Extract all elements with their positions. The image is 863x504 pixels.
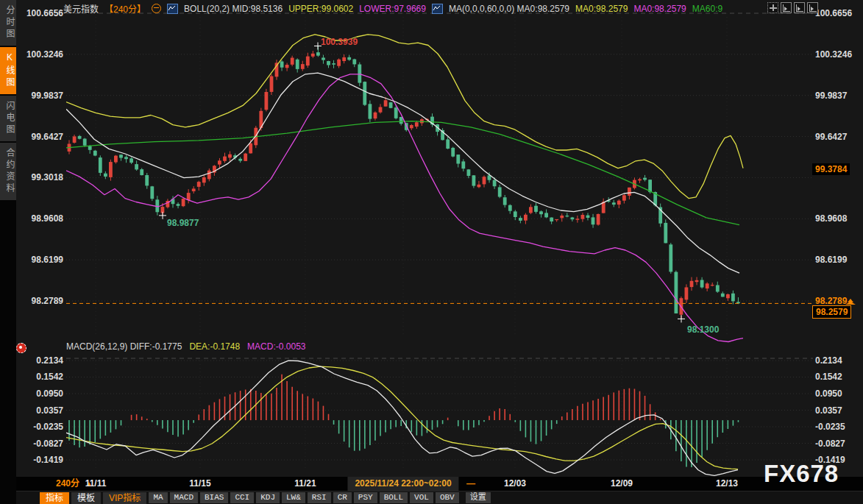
date-label: 12/03	[504, 477, 526, 491]
axis-tick-label: -0.1419	[18, 455, 63, 465]
boll-upper-value: UPPER:99.0602	[288, 4, 353, 14]
period-label: 【240分】	[104, 2, 146, 15]
datetime-dash: —	[466, 477, 475, 491]
upper-band-price-marker: 99.3784	[812, 163, 850, 175]
alert-sun-icon[interactable]	[16, 343, 26, 353]
symbol-title: 美元指数	[63, 2, 99, 15]
indicator-button-boll[interactable]: BOLL	[380, 492, 408, 503]
axis-tick-label: 0.0357	[815, 405, 842, 416]
date-label: 12/13	[716, 477, 738, 491]
ma-indicator-icon[interactable]	[432, 4, 443, 14]
axis-tick-label: 99.9837	[815, 90, 847, 101]
macd-dea-value: DEA:-0.1748	[189, 341, 240, 352]
axis-tick-label: 0.0950	[18, 388, 63, 399]
axis-scale-right-icon[interactable]	[794, 2, 805, 13]
boll-values: BOLL(20,2) MID:98.5136	[184, 4, 283, 14]
annotation-low2: 98.1300	[687, 324, 719, 335]
axis-tick-label: 98.9608	[18, 213, 63, 224]
axis-tick-label: 99.6427	[815, 132, 847, 142]
indicator-button-cr[interactable]: CR	[333, 492, 352, 503]
date-label: 11/15	[189, 477, 210, 491]
axis-tick-label: 98.6199	[18, 255, 63, 265]
axis-tick-label: 0.0357	[18, 405, 63, 416]
axis-tick-label: 100.3246	[18, 49, 63, 60]
annotation-high: 100.3939	[321, 37, 358, 47]
indicator-toolbar: 指标 模板 VIP指标 MAMACDBIASCCIKDJLW&RSICRPSYB…	[16, 491, 863, 504]
sidebar-item-kline-chart[interactable]: K线图	[0, 47, 16, 94]
indicator-button-ma[interactable]: MA	[149, 492, 167, 503]
axis-tick-label: 0.1542	[815, 372, 842, 382]
macd-diff-value: MACD(26,12,9) DIFF:-0.1775	[66, 341, 182, 352]
axis-tick-label: 99.6427	[18, 132, 63, 142]
axis-tick-label: 99.3018	[18, 172, 63, 182]
axis-tick-label: 0.0950	[815, 388, 842, 399]
price-chart[interactable]	[66, 0, 813, 349]
axis-tick-label: 100.6656	[815, 8, 852, 18]
price-arrow-icon	[845, 296, 856, 305]
tab-indicator[interactable]: 指标	[40, 492, 69, 504]
app-window: 分时图 K线图 闪电图 合约资料 美元指数 【240分】 BOLL(20,2) …	[0, 0, 863, 504]
axis-tick-label: 100.3246	[815, 49, 852, 60]
axis-tick-label: -0.0235	[18, 422, 63, 432]
axis-tick-label: 0.2134	[18, 355, 63, 366]
collapse-icon[interactable]	[152, 4, 161, 13]
selected-candle-datetime: 2025/11/24 22:00~02:00	[347, 477, 458, 491]
indicator-button-macd[interactable]: MACD	[170, 492, 198, 503]
sidebar-item-time-chart[interactable]: 分时图	[0, 0, 16, 46]
boll-indicator-icon[interactable]	[167, 4, 178, 14]
boll-lower-value: LOWER:97.9669	[359, 4, 426, 14]
indicator-button-cci[interactable]: CCI	[230, 492, 254, 503]
axis-tick-label: 0.1542	[18, 372, 63, 382]
tab-template[interactable]: 模板	[71, 492, 101, 504]
indicator-button-vol[interactable]: VOL	[410, 492, 433, 503]
date-label: 11/11	[85, 477, 107, 491]
axis-tick-label: 98.2789	[18, 296, 63, 306]
annotation-low1: 98.9877	[167, 218, 199, 228]
ma60-value: MA60:9	[692, 4, 722, 14]
sidebar: 分时图 K线图 闪电图 合约资料	[0, 0, 16, 504]
ma0-magenta-value: MA0:98.2579	[633, 4, 686, 14]
pane-expand-icon[interactable]	[807, 2, 818, 13]
macd-hist-value: MACD:-0.0053	[247, 341, 305, 352]
date-label: 11/21	[294, 477, 316, 491]
axis-tick-label: 99.9837	[18, 90, 63, 101]
indicator-button-kdj[interactable]: KDJ	[256, 492, 280, 503]
axis-tick-label: -0.0827	[18, 439, 63, 449]
indicator-button-lw[interactable]: LW&	[282, 492, 305, 503]
macd-chart[interactable]	[66, 353, 813, 477]
date-label: 12/09	[611, 477, 633, 491]
sidebar-item-contract-info[interactable]: 合约资料	[0, 143, 16, 200]
ma0-yellow-value: MA0:98.2579	[575, 4, 628, 14]
axis-tick-label: 98.6199	[815, 255, 847, 265]
indicator-buttons: MAMACDBIASCCIKDJLW&RSICRPSYBOLLVOLOBV	[149, 492, 461, 503]
brand-watermark: FX678	[764, 460, 839, 488]
indicator-button-psy[interactable]: PSY	[354, 492, 377, 503]
axis-tick-label: -0.0235	[815, 422, 845, 432]
sidebar-item-flash-chart[interactable]: 闪电图	[0, 96, 16, 141]
axis-tick-label: 0.2134	[815, 355, 842, 366]
indicator-button-bias[interactable]: BIAS	[200, 492, 228, 503]
chart-tool-icons	[767, 2, 818, 13]
axis-tick-label: 98.9608	[815, 213, 847, 224]
macd-header: MACD(26,12,9) DIFF:-0.1775 DEA:-0.1748 M…	[66, 341, 305, 352]
axis-tick-label: -0.0827	[815, 439, 845, 449]
indicator-button-obv[interactable]: OBV	[436, 492, 459, 503]
axis-tick-label: 100.6656	[18, 8, 63, 18]
indicator-button-rsi[interactable]: RSI	[308, 492, 331, 503]
current-price-marker: 98.2579	[812, 305, 851, 319]
axis-tick-label: 98.2789	[815, 296, 847, 306]
axis-scale-left-icon[interactable]	[781, 2, 792, 13]
crosshair-move-icon[interactable]	[767, 2, 778, 13]
ma-values: MA(0,0,0,60,0,0) MA0:98.2579	[449, 4, 569, 14]
period-button[interactable]: 240分	[56, 477, 79, 491]
chart-header: 美元指数 【240分】 BOLL(20,2) MID:98.5136 UPPER…	[63, 3, 722, 14]
tab-vip-indicator[interactable]: VIP指标	[103, 492, 146, 504]
settings-button[interactable]: 设置	[466, 492, 491, 503]
